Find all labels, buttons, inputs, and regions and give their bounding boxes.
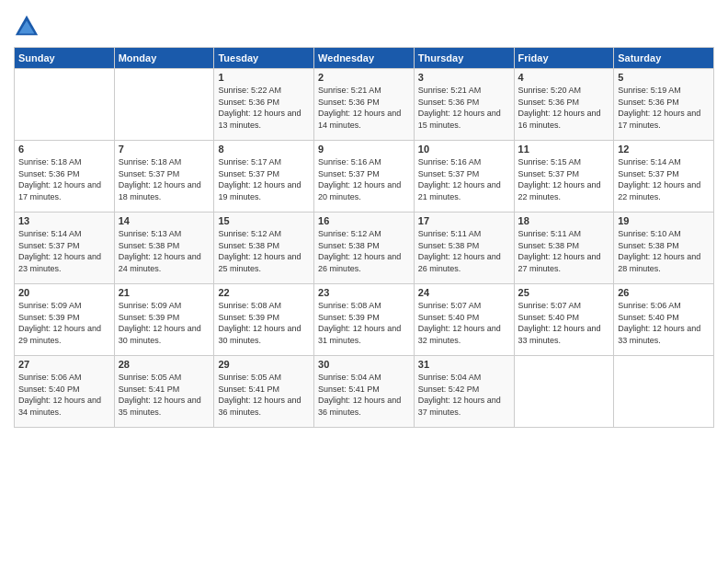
day-info: Sunrise: 5:09 AMSunset: 5:39 PMDaylight:… bbox=[119, 300, 210, 346]
calendar-cell: 15Sunrise: 5:12 AMSunset: 5:38 PMDayligh… bbox=[214, 213, 314, 284]
day-info: Sunrise: 5:12 AMSunset: 5:38 PMDaylight:… bbox=[318, 228, 410, 274]
day-number: 19 bbox=[618, 215, 710, 226]
calendar-week-row: 6Sunrise: 5:18 AMSunset: 5:36 PMDaylight… bbox=[15, 141, 714, 213]
day-number: 6 bbox=[18, 144, 110, 155]
day-number: 15 bbox=[218, 215, 310, 226]
day-info: Sunrise: 5:07 AMSunset: 5:40 PMDaylight:… bbox=[518, 300, 610, 346]
calendar-cell: 18Sunrise: 5:11 AMSunset: 5:38 PMDayligh… bbox=[514, 213, 614, 284]
calendar-cell: 24Sunrise: 5:07 AMSunset: 5:40 PMDayligh… bbox=[414, 284, 514, 356]
day-number: 9 bbox=[318, 144, 410, 155]
day-number: 31 bbox=[418, 359, 510, 370]
day-number: 11 bbox=[518, 144, 610, 155]
day-number: 3 bbox=[418, 72, 510, 83]
day-info: Sunrise: 5:21 AMSunset: 5:36 PMDaylight:… bbox=[418, 85, 510, 131]
calendar-cell: 8Sunrise: 5:17 AMSunset: 5:37 PMDaylight… bbox=[214, 141, 314, 213]
calendar-cell: 16Sunrise: 5:12 AMSunset: 5:38 PMDayligh… bbox=[314, 213, 415, 284]
day-number: 28 bbox=[119, 359, 210, 370]
day-number: 25 bbox=[518, 287, 610, 298]
day-number: 4 bbox=[518, 72, 610, 83]
calendar-cell: 20Sunrise: 5:09 AMSunset: 5:39 PMDayligh… bbox=[15, 284, 115, 356]
weekday-header: Friday bbox=[514, 48, 614, 69]
logo-icon bbox=[14, 14, 40, 40]
day-info: Sunrise: 5:06 AMSunset: 5:40 PMDaylight:… bbox=[618, 300, 710, 346]
calendar-cell: 3Sunrise: 5:21 AMSunset: 5:36 PMDaylight… bbox=[414, 69, 514, 141]
calendar-cell: 5Sunrise: 5:19 AMSunset: 5:36 PMDaylight… bbox=[614, 69, 714, 141]
calendar-cell: 21Sunrise: 5:09 AMSunset: 5:39 PMDayligh… bbox=[114, 284, 214, 356]
day-info: Sunrise: 5:19 AMSunset: 5:36 PMDaylight:… bbox=[618, 85, 710, 131]
day-info: Sunrise: 5:18 AMSunset: 5:37 PMDaylight:… bbox=[119, 156, 210, 202]
header bbox=[14, 9, 714, 40]
calendar-cell bbox=[514, 356, 614, 428]
calendar-cell: 19Sunrise: 5:10 AMSunset: 5:38 PMDayligh… bbox=[614, 213, 714, 284]
day-number: 12 bbox=[618, 144, 710, 155]
calendar-cell: 4Sunrise: 5:20 AMSunset: 5:36 PMDaylight… bbox=[514, 69, 614, 141]
day-info: Sunrise: 5:05 AMSunset: 5:41 PMDaylight:… bbox=[119, 372, 210, 418]
day-info: Sunrise: 5:11 AMSunset: 5:38 PMDaylight:… bbox=[418, 228, 510, 274]
calendar-cell: 25Sunrise: 5:07 AMSunset: 5:40 PMDayligh… bbox=[514, 284, 614, 356]
day-number: 30 bbox=[318, 359, 410, 370]
day-number: 23 bbox=[318, 287, 410, 298]
calendar-cell: 9Sunrise: 5:16 AMSunset: 5:37 PMDaylight… bbox=[314, 141, 415, 213]
day-number: 22 bbox=[218, 287, 310, 298]
day-number: 7 bbox=[119, 144, 210, 155]
day-number: 16 bbox=[318, 215, 410, 226]
logo bbox=[14, 14, 42, 40]
day-number: 5 bbox=[618, 72, 710, 83]
day-info: Sunrise: 5:21 AMSunset: 5:36 PMDaylight:… bbox=[318, 85, 410, 131]
day-info: Sunrise: 5:20 AMSunset: 5:36 PMDaylight:… bbox=[518, 85, 610, 131]
calendar-week-row: 20Sunrise: 5:09 AMSunset: 5:39 PMDayligh… bbox=[15, 284, 714, 356]
calendar-cell: 22Sunrise: 5:08 AMSunset: 5:39 PMDayligh… bbox=[214, 284, 314, 356]
calendar-cell: 11Sunrise: 5:15 AMSunset: 5:37 PMDayligh… bbox=[514, 141, 614, 213]
day-info: Sunrise: 5:12 AMSunset: 5:38 PMDaylight:… bbox=[218, 228, 310, 274]
calendar-cell: 12Sunrise: 5:14 AMSunset: 5:37 PMDayligh… bbox=[614, 141, 714, 213]
day-info: Sunrise: 5:05 AMSunset: 5:41 PMDaylight:… bbox=[218, 372, 310, 418]
weekday-header: Sunday bbox=[15, 48, 115, 69]
day-number: 14 bbox=[119, 215, 210, 226]
day-number: 13 bbox=[18, 215, 110, 226]
calendar-cell bbox=[15, 69, 115, 141]
day-number: 2 bbox=[318, 72, 410, 83]
day-number: 20 bbox=[18, 287, 110, 298]
day-number: 8 bbox=[218, 144, 310, 155]
calendar-cell: 13Sunrise: 5:14 AMSunset: 5:37 PMDayligh… bbox=[15, 213, 115, 284]
weekday-header: Tuesday bbox=[214, 48, 314, 69]
calendar-cell: 6Sunrise: 5:18 AMSunset: 5:36 PMDaylight… bbox=[15, 141, 115, 213]
day-info: Sunrise: 5:06 AMSunset: 5:40 PMDaylight:… bbox=[18, 372, 110, 418]
calendar-cell: 26Sunrise: 5:06 AMSunset: 5:40 PMDayligh… bbox=[614, 284, 714, 356]
day-number: 21 bbox=[119, 287, 210, 298]
day-info: Sunrise: 5:10 AMSunset: 5:38 PMDaylight:… bbox=[618, 228, 710, 274]
calendar-cell: 14Sunrise: 5:13 AMSunset: 5:38 PMDayligh… bbox=[114, 213, 214, 284]
day-info: Sunrise: 5:16 AMSunset: 5:37 PMDaylight:… bbox=[318, 156, 410, 202]
day-number: 18 bbox=[518, 215, 610, 226]
day-info: Sunrise: 5:07 AMSunset: 5:40 PMDaylight:… bbox=[418, 300, 510, 346]
calendar-cell: 10Sunrise: 5:16 AMSunset: 5:37 PMDayligh… bbox=[414, 141, 514, 213]
day-info: Sunrise: 5:14 AMSunset: 5:37 PMDaylight:… bbox=[618, 156, 710, 202]
day-info: Sunrise: 5:04 AMSunset: 5:41 PMDaylight:… bbox=[318, 372, 410, 418]
day-number: 27 bbox=[18, 359, 110, 370]
weekday-header-row: SundayMondayTuesdayWednesdayThursdayFrid… bbox=[15, 48, 714, 69]
day-info: Sunrise: 5:08 AMSunset: 5:39 PMDaylight:… bbox=[218, 300, 310, 346]
day-info: Sunrise: 5:17 AMSunset: 5:37 PMDaylight:… bbox=[218, 156, 310, 202]
calendar-cell: 31Sunrise: 5:04 AMSunset: 5:42 PMDayligh… bbox=[414, 356, 514, 428]
day-info: Sunrise: 5:18 AMSunset: 5:36 PMDaylight:… bbox=[18, 156, 110, 202]
day-info: Sunrise: 5:16 AMSunset: 5:37 PMDaylight:… bbox=[418, 156, 510, 202]
calendar-cell: 2Sunrise: 5:21 AMSunset: 5:36 PMDaylight… bbox=[314, 69, 415, 141]
day-number: 29 bbox=[218, 359, 310, 370]
day-info: Sunrise: 5:11 AMSunset: 5:38 PMDaylight:… bbox=[518, 228, 610, 274]
day-info: Sunrise: 5:13 AMSunset: 5:38 PMDaylight:… bbox=[119, 228, 210, 274]
calendar-cell: 29Sunrise: 5:05 AMSunset: 5:41 PMDayligh… bbox=[214, 356, 314, 428]
day-number: 26 bbox=[618, 287, 710, 298]
calendar-cell: 17Sunrise: 5:11 AMSunset: 5:38 PMDayligh… bbox=[414, 213, 514, 284]
calendar-week-row: 1Sunrise: 5:22 AMSunset: 5:36 PMDaylight… bbox=[15, 69, 714, 141]
weekday-header: Wednesday bbox=[314, 48, 415, 69]
weekday-header: Monday bbox=[114, 48, 214, 69]
day-info: Sunrise: 5:14 AMSunset: 5:37 PMDaylight:… bbox=[18, 228, 110, 274]
calendar-table: SundayMondayTuesdayWednesdayThursdayFrid… bbox=[14, 47, 714, 428]
weekday-header: Saturday bbox=[614, 48, 714, 69]
day-number: 17 bbox=[418, 215, 510, 226]
calendar-cell: 7Sunrise: 5:18 AMSunset: 5:37 PMDaylight… bbox=[114, 141, 214, 213]
day-info: Sunrise: 5:15 AMSunset: 5:37 PMDaylight:… bbox=[518, 156, 610, 202]
day-info: Sunrise: 5:08 AMSunset: 5:39 PMDaylight:… bbox=[318, 300, 410, 346]
page-container: SundayMondayTuesdayWednesdayThursdayFrid… bbox=[0, 0, 728, 437]
day-number: 1 bbox=[218, 72, 310, 83]
